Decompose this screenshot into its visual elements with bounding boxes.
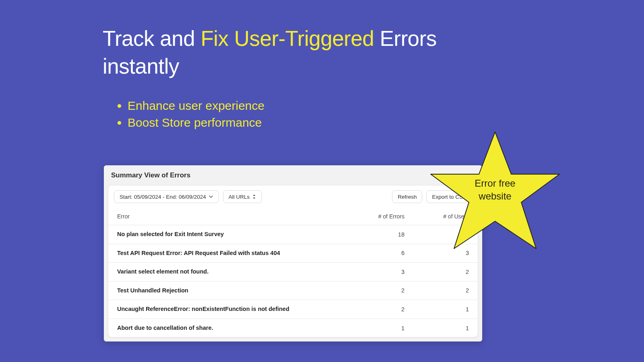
callout-text: Error free website: [427, 177, 564, 203]
chevron-down-icon: [208, 194, 213, 199]
error-label: Abort due to cancellation of share.: [117, 324, 340, 332]
hero-bullets: Enhance user experience Boost Store perf…: [122, 97, 517, 131]
url-filter-label: All URLs: [229, 194, 250, 200]
table-row[interactable]: Abort due to cancellation of share. 1 1: [108, 319, 478, 337]
col-error: Error: [117, 213, 340, 220]
table-row[interactable]: Variant select element not found. 3 2: [108, 262, 478, 281]
date-range-label: Start: 05/09/2024 - End: 06/09/2024: [120, 194, 206, 200]
url-filter-select[interactable]: All URLs: [223, 190, 262, 203]
error-count: 6: [340, 250, 405, 256]
table-header: Error # of Errors # of Users: [108, 208, 478, 225]
error-label: Test API Request Error: API Request Fail…: [117, 249, 340, 257]
hero: Track and Fix User-Triggered Errors inst…: [103, 25, 517, 131]
error-count: 1: [340, 325, 405, 331]
page-title: Track and Fix User-Triggered Errors inst…: [103, 25, 517, 80]
error-count: 2: [340, 306, 405, 313]
error-count: 3: [340, 269, 405, 275]
table-row[interactable]: No plan selected for Exit Intent Survey …: [108, 225, 478, 244]
error-count: 18: [340, 231, 405, 238]
error-label: Test Unhandled Rejection: [117, 287, 340, 295]
title-accent: Fix User-Triggered: [200, 27, 374, 50]
error-label: Variant select element not found.: [117, 268, 340, 276]
date-range-picker[interactable]: Start: 05/09/2024 - End: 06/09/2024: [114, 190, 219, 203]
callout-star: Error free website: [427, 128, 564, 257]
user-count: 2: [405, 287, 469, 294]
error-label: Uncaught ReferenceError: nonExistentFunc…: [117, 305, 340, 313]
refresh-button[interactable]: Refresh: [392, 190, 422, 203]
table-row[interactable]: Test Unhandled Rejection 2 2: [108, 281, 478, 300]
error-label: No plan selected for Exit Intent Survey: [117, 230, 340, 239]
user-count: 1: [405, 325, 469, 331]
user-count: 1: [405, 306, 469, 313]
bullet-item: Enhance user experience: [128, 97, 517, 114]
sort-icon: [252, 194, 256, 200]
toolbar: Start: 05/09/2024 - End: 06/09/2024 All …: [108, 185, 478, 208]
col-count: # of Errors: [340, 213, 405, 220]
errors-panel: Summary View of Errors Start: 05/09/2024…: [104, 165, 482, 341]
error-count: 2: [340, 287, 405, 294]
table-row[interactable]: Test API Request Error: API Request Fail…: [108, 244, 478, 263]
title-pre: Track and: [103, 27, 200, 50]
panel-title: Summary View of Errors: [104, 165, 482, 185]
errors-card: Start: 05/09/2024 - End: 06/09/2024 All …: [108, 185, 478, 337]
user-count: 2: [405, 269, 469, 275]
table-row[interactable]: Uncaught ReferenceError: nonExistentFunc…: [108, 300, 478, 319]
